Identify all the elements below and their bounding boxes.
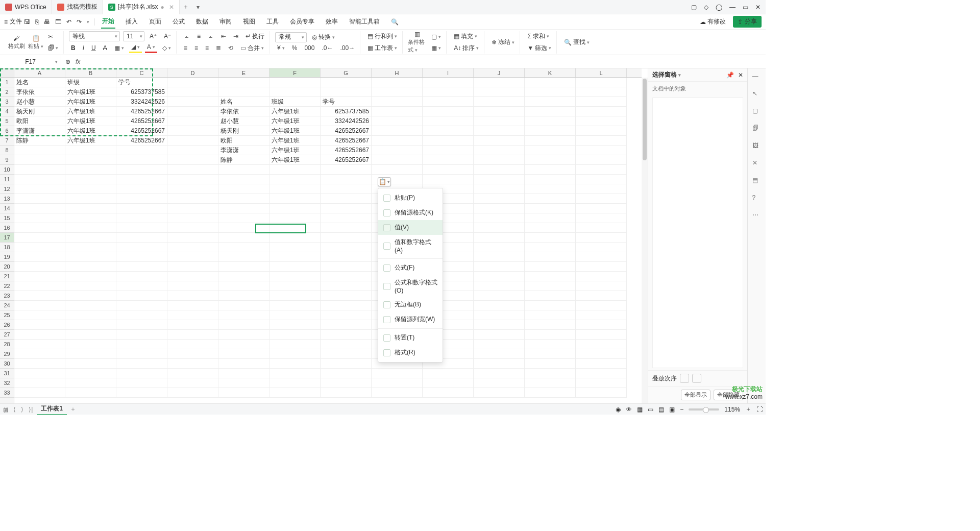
ctx-keep-column-width[interactable]: 保留源列宽(W)	[378, 312, 443, 327]
italic-button[interactable]: I	[81, 43, 86, 53]
decrease-font-icon[interactable]: A⁻	[162, 32, 173, 41]
filter-button[interactable]: ▼筛选	[525, 43, 553, 54]
window-close-icon[interactable]: ✕	[755, 4, 761, 11]
table-style-icon[interactable]: ▦	[429, 43, 443, 53]
grid-view-icon[interactable]: ▦	[637, 406, 643, 413]
convert-button[interactable]: ◎转换	[310, 32, 337, 42]
strike-button[interactable]: A	[101, 43, 109, 53]
zoom-value[interactable]: 115%	[724, 406, 740, 413]
thousands-button[interactable]: 000	[302, 43, 316, 53]
fill-button[interactable]: ▦填充	[452, 31, 481, 42]
print-icon[interactable]: 🖶	[44, 18, 50, 26]
increase-decimal-icon[interactable]: .0←	[320, 43, 335, 53]
align-justify-icon[interactable]: ≣	[214, 43, 223, 53]
paste-options-anchor[interactable]: 📋	[378, 177, 391, 186]
redo-icon[interactable]: ↷	[77, 18, 82, 26]
bold-button[interactable]: B	[69, 43, 78, 53]
tab-efficiency[interactable]: 效率	[325, 15, 339, 28]
align-bottom-icon[interactable]: ⫠	[206, 32, 216, 41]
tab-page[interactable]: 页面	[148, 15, 162, 28]
image-tool-icon[interactable]: 🖼	[752, 142, 762, 151]
formula-input[interactable]	[85, 58, 494, 65]
sheet-nav-last-icon[interactable]: ⟩|	[28, 406, 34, 413]
spreadsheet[interactable]: ABCDEFGHIJKL 123456789101112131415161718…	[0, 68, 648, 403]
app-tab-wps[interactable]: WPS Office	[0, 0, 52, 14]
align-middle-icon[interactable]: ≡	[195, 32, 203, 41]
worksheet-button[interactable]: ▦工作表	[365, 43, 399, 54]
fill-color-button[interactable]: ◢	[129, 42, 142, 53]
currency-button[interactable]: ¥	[275, 43, 287, 53]
align-top-icon[interactable]: ⫠	[182, 32, 192, 41]
font-family-select[interactable]: 等线	[69, 31, 120, 41]
copy-button[interactable]: 🗐	[46, 43, 60, 53]
scroll-thumb[interactable]	[643, 79, 647, 160]
number-format-select[interactable]: 常规	[275, 32, 307, 42]
undo-icon[interactable]: ↶	[66, 18, 71, 26]
tab-insert[interactable]: 插入	[125, 15, 139, 28]
tab-formula[interactable]: 公式	[172, 15, 186, 28]
qat-dropdown-icon[interactable]: ▾	[87, 19, 89, 25]
align-right-icon[interactable]: ≡	[203, 43, 211, 53]
page-view-icon[interactable]: ▤	[658, 406, 664, 413]
ctx-paste[interactable]: 粘贴(P)	[378, 190, 443, 205]
zoom-out-icon[interactable]: −	[680, 406, 683, 413]
tab-view[interactable]: 视图	[242, 15, 256, 28]
sheet-nav-prev-icon[interactable]: ⟨	[12, 406, 17, 413]
hamburger-icon[interactable]: ≡	[4, 18, 8, 26]
paste-button[interactable]: 📋粘贴	[27, 35, 45, 50]
ctx-value[interactable]: 值(V)	[378, 220, 443, 235]
zoom-fx-icon[interactable]: ⊕	[65, 58, 70, 65]
clear-format-button[interactable]: ◇	[160, 43, 173, 53]
border-button[interactable]: ▦	[112, 43, 126, 53]
align-center-icon[interactable]: ≡	[192, 43, 200, 53]
wrap-text-button[interactable]: ↵换行	[243, 31, 266, 42]
send-backward-button[interactable]	[692, 374, 701, 383]
share-button[interactable]: ⇪分享	[733, 16, 762, 28]
cond-format-button[interactable]: ▥条件格式	[408, 31, 426, 54]
ctx-keep-format[interactable]: 保留源格式(K)	[378, 205, 443, 220]
format-painter-button[interactable]: 🖌格式刷	[7, 35, 26, 50]
help-icon[interactable]: ?	[752, 194, 762, 203]
tab-review[interactable]: 审阅	[218, 15, 233, 28]
find-button[interactable]: 🔍查找	[562, 37, 592, 47]
tab-menu-button[interactable]: ▾	[192, 4, 204, 11]
tab-start[interactable]: 开始	[101, 15, 115, 29]
pin-icon[interactable]: 📌	[726, 71, 734, 79]
cell-grid[interactable]: 姓名班级学号李依依六年级1班6253737585赵小慧六年级1班33242425…	[14, 78, 642, 403]
search-icon[interactable]: 🔍	[390, 16, 400, 28]
more-icon[interactable]: ⋯	[752, 211, 762, 221]
fx-label[interactable]: fx	[76, 58, 80, 65]
sheet-tab-1[interactable]: 工作表1	[37, 403, 67, 415]
ctx-no-border[interactable]: 无边框(B)	[378, 297, 443, 312]
tab-smart-toolbox[interactable]: 智能工具箱	[348, 15, 381, 28]
font-size-select[interactable]: 11	[123, 31, 144, 41]
window-minimize-icon[interactable]: —	[729, 4, 736, 11]
app-tab-spreadsheet[interactable]: S[共享]姓名.xlsx●✕	[103, 0, 180, 14]
font-color-button[interactable]: A	[145, 42, 157, 53]
percent-button[interactable]: %	[290, 43, 300, 53]
app-tab-template[interactable]: 找稿壳模板	[52, 0, 103, 14]
preview-icon[interactable]: 🗔	[55, 18, 61, 26]
row-headers[interactable]: 1234567891011121314151617181920212223242…	[0, 78, 14, 403]
cell-style-icon[interactable]: ▢	[429, 32, 443, 41]
record-mode-icon[interactable]: ◉	[616, 406, 621, 413]
row-col-button[interactable]: ▤行和列	[365, 31, 399, 42]
freeze-button[interactable]: ❄冻结	[489, 37, 517, 47]
align-left-icon[interactable]: ≡	[182, 43, 189, 53]
file-menu[interactable]: 文件	[10, 17, 22, 26]
save-icon[interactable]: 🖫	[24, 18, 30, 26]
user-avatar-icon[interactable]: ◯	[716, 4, 722, 11]
sheet-nav-next-icon[interactable]: ⟩	[20, 406, 24, 413]
close-tab-icon[interactable]: ✕	[169, 4, 174, 11]
tab-tools[interactable]: 工具	[265, 15, 280, 28]
merge-cells-button[interactable]: ▭合并	[238, 43, 266, 54]
add-sheet-button[interactable]: ＋	[70, 405, 76, 414]
ctx-formula-number-format[interactable]: 公式和数字格式(O)	[378, 275, 443, 297]
cut-button[interactable]: ✂	[46, 32, 60, 41]
pending-changes-button[interactable]: ☁有修改	[698, 16, 728, 27]
increase-font-icon[interactable]: A⁺	[148, 32, 159, 41]
styles-icon[interactable]: ▢	[752, 107, 762, 116]
column-headers[interactable]: ABCDEFGHIJKL	[14, 68, 642, 78]
indent-increase-icon[interactable]: ⇥	[231, 32, 240, 41]
backup-icon[interactable]: ▤	[752, 177, 762, 186]
